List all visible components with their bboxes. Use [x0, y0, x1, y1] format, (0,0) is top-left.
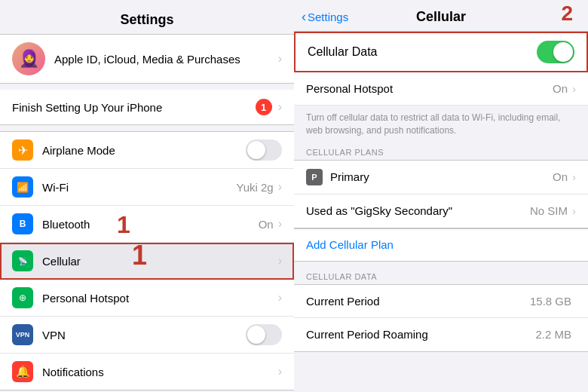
cellular-icon: 📡: [12, 250, 33, 271]
add-cellular-plan-row[interactable]: Add Cellular Plan: [294, 228, 588, 262]
back-chevron-icon: ‹: [302, 9, 306, 25]
left-panel: Settings 🧕 Apple ID, iCloud, Media & Pur…: [0, 0, 294, 392]
right-content: Cellular Data Personal Hotspot On › Turn…: [294, 32, 588, 392]
avatar: 🧕: [12, 42, 45, 75]
primary-icon: P: [306, 169, 323, 185]
gigsky-label: Used as "GigSky Secondary": [306, 204, 530, 217]
notifications-label: Notifications: [42, 366, 278, 378]
finish-badge: 1: [256, 99, 272, 115]
cellular-data-label: Cellular Data: [308, 45, 537, 59]
notifications-chevron: ›: [278, 365, 282, 378]
wifi-icon: 📶: [12, 176, 33, 198]
apple-id-row[interactable]: 🧕 Apple ID, iCloud, Media & Purchases ›: [0, 35, 294, 84]
gigsky-chevron: ›: [572, 204, 576, 217]
cellular-data-rows: Current Period 15.8 GB Current Period Ro…: [294, 284, 588, 352]
bluetooth-row[interactable]: B Bluetooth On ›: [0, 206, 294, 243]
right-panel: ‹ Settings Cellular 2 Cellular Data Pers…: [294, 0, 588, 392]
right-title: Cellular: [416, 9, 466, 25]
cellular-data-toggle[interactable]: [537, 41, 574, 63]
primary-chevron: ›: [572, 170, 576, 183]
finish-setup-row[interactable]: Finish Setting Up Your iPhone 1 ›: [0, 90, 294, 125]
primary-plan-row[interactable]: P Primary On ›: [294, 161, 588, 194]
vpn-toggle[interactable]: [246, 324, 282, 345]
current-period-value: 15.8 GB: [530, 295, 571, 308]
back-button[interactable]: ‹ Settings: [302, 9, 348, 25]
personal-hotspot-chevron: ›: [278, 291, 282, 305]
notifications-icon: 🔔: [12, 361, 33, 382]
wifi-chevron: ›: [278, 180, 282, 194]
finish-chevron: ›: [278, 100, 282, 114]
bluetooth-chevron: ›: [278, 217, 282, 231]
label-2-annotation: 2: [561, 2, 573, 26]
personal-hotspot-right-label: Personal Hotspot: [306, 82, 553, 95]
current-period-roaming-label: Current Period Roaming: [306, 328, 535, 341]
notifications-row[interactable]: 🔔 Notifications ›: [0, 354, 294, 390]
personal-hotspot-right-value: On: [553, 82, 568, 95]
personal-hotspot-label: Personal Hotspot: [42, 292, 278, 305]
settings-section: ✈ Airplane Mode 📶 Wi-Fi Yuki 2g › B Blue…: [0, 131, 294, 390]
cellular-row[interactable]: 📡 Cellular ›: [0, 243, 294, 280]
current-period-roaming-row[interactable]: Current Period Roaming 2.2 MB: [294, 318, 588, 351]
settings-list: 🧕 Apple ID, iCloud, Media & Purchases › …: [0, 35, 294, 392]
spacer: [294, 262, 588, 268]
gigsky-value: No SIM: [530, 204, 568, 217]
vpn-label: VPN: [42, 329, 246, 341]
current-period-row[interactable]: Current Period 15.8 GB: [294, 285, 588, 318]
cellular-label: Cellular: [42, 255, 278, 268]
bluetooth-value: On: [259, 218, 274, 231]
airplane-label: Airplane Mode: [42, 144, 246, 157]
bluetooth-icon: B: [12, 213, 33, 234]
gigsky-row[interactable]: Used as "GigSky Secondary" No SIM ›: [294, 194, 588, 228]
cellular-data-row[interactable]: Cellular Data: [294, 32, 588, 72]
cellular-description: Turn off cellular data to restrict all d…: [294, 106, 588, 143]
wifi-value: Yuki 2g: [236, 181, 273, 194]
airplane-toggle-thumb: [247, 141, 265, 159]
cellular-data-section-header: CELLULAR DATA: [294, 268, 588, 284]
vpn-row[interactable]: VPN VPN: [0, 317, 294, 354]
wifi-row[interactable]: 📶 Wi-Fi Yuki 2g ›: [0, 169, 294, 206]
left-header: Settings: [0, 0, 294, 35]
airplane-toggle[interactable]: [246, 139, 282, 161]
current-period-roaming-value: 2.2 MB: [535, 328, 571, 341]
cellular-plans-section: P Primary On › Used as "GigSky Secondary…: [294, 160, 588, 228]
cellular-data-toggle-thumb: [553, 42, 573, 62]
apple-id-chevron: ›: [278, 52, 282, 66]
personal-hotspot-right-chevron: ›: [572, 82, 576, 95]
vpn-toggle-thumb: [247, 326, 265, 344]
apple-id-label: Apple ID, iCloud, Media & Purchases: [54, 53, 278, 66]
airplane-mode-row[interactable]: ✈ Airplane Mode: [0, 132, 294, 169]
airplane-icon: ✈: [12, 139, 33, 161]
back-label: Settings: [308, 11, 348, 23]
primary-value: On: [553, 170, 568, 183]
current-period-label: Current Period: [306, 295, 530, 308]
left-title: Settings: [120, 12, 173, 27]
hotspot-icon: ⊕: [12, 287, 33, 308]
cellular-plans-header: CELLULAR PLANS: [294, 143, 588, 160]
personal-hotspot-row[interactable]: ⊕ Personal Hotspot ›: [0, 280, 294, 317]
primary-label: Primary: [330, 170, 553, 183]
wifi-label: Wi-Fi: [42, 181, 236, 194]
bluetooth-label: Bluetooth: [42, 218, 259, 231]
vpn-icon: VPN: [12, 324, 33, 345]
personal-hotspot-right-row[interactable]: Personal Hotspot On ›: [294, 72, 588, 106]
right-header: ‹ Settings Cellular 2: [294, 0, 588, 32]
cellular-chevron: ›: [278, 254, 282, 268]
finish-setup-label: Finish Setting Up Your iPhone: [12, 101, 256, 114]
add-plan-label: Add Cellular Plan: [306, 238, 394, 251]
